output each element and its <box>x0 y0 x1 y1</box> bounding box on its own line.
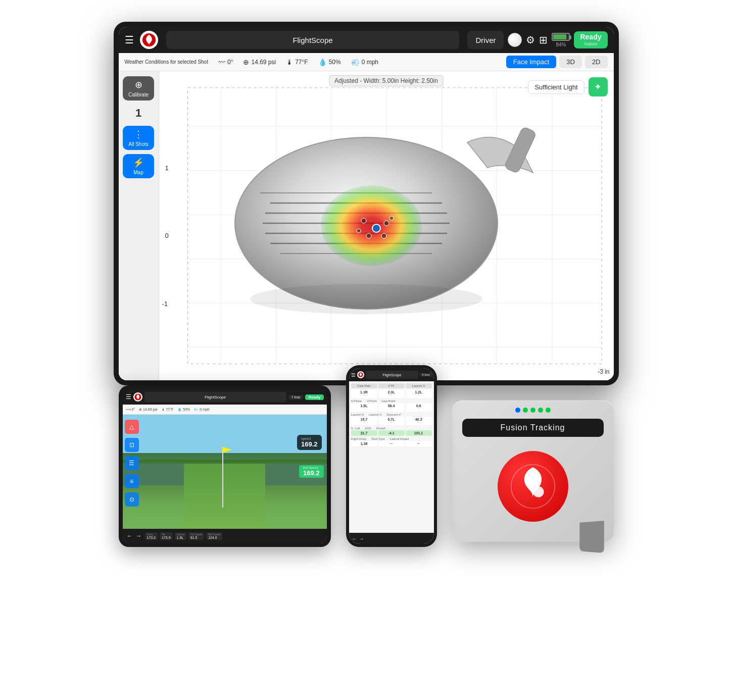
speed-value: 169.2 <box>301 440 318 448</box>
flag-pole <box>222 447 223 508</box>
small-tablet-screen: ☰ FlightScope 7 Iron Ready <box>123 389 327 543</box>
humidity-icon: 💧 <box>318 58 327 66</box>
axis-label-neg1: -1 <box>162 300 168 308</box>
ready-button: Ready Indoor <box>574 31 607 48</box>
panel-icon-4[interactable]: ≡ <box>125 474 139 488</box>
phone-row-3: 15.7 ° 0.7L ° 46.3 ° <box>351 417 432 425</box>
cell-2-2: 58.4 ° <box>378 403 405 412</box>
svg-point-26 <box>361 218 366 223</box>
svg-point-32 <box>250 284 482 314</box>
panel-icon-5[interactable]: ⊙ <box>125 492 139 507</box>
phone-stats-table: Club Path FTP Launch V 1.1R ° 2.3L ° <box>349 381 434 533</box>
phone-row-1: 1.1R ° 2.3L ° 1.2L ° <box>351 389 432 398</box>
tot-stat: Tot 173.9 <box>160 532 173 540</box>
bottom-stats: Carry 173.2 Tot 173.9 Lateral 1.9L <box>145 532 323 540</box>
carry-stat: Carry 173.2 <box>145 532 158 540</box>
face-impact-button[interactable]: Face Impact <box>506 56 557 68</box>
small-menu-icon[interactable]: ☰ <box>126 393 131 401</box>
golf-course-view: △ ⊡ ☰ ≡ ⊙ speed 169.2 Ball Speed <box>123 415 327 543</box>
small-forward-btn[interactable]: → <box>136 532 142 539</box>
panel-icon-3[interactable]: ☰ <box>125 456 139 470</box>
phone-device: ☰ FlightScope 5 Iron Club Path FTP Launc… <box>346 365 437 547</box>
calibrate-button[interactable]: ⊕ Calibrate <box>123 76 154 101</box>
phone-back-btn[interactable]: ← <box>352 536 357 541</box>
small-header: ☰ FlightScope 7 Iron Ready <box>123 389 327 405</box>
main-tablet: ☰ FlightScope Driver ⚙ ⊞ <box>114 22 619 385</box>
phone-club: 5 Iron <box>420 373 431 377</box>
phone-header: ☰ FlightScope 5 Iron <box>349 368 434 381</box>
small-tablet: ☰ FlightScope 7 Iron Ready <box>119 385 331 547</box>
ball-speed-overlay: Ball Speed 169.2 <box>299 465 324 478</box>
small-back-btn[interactable]: ← <box>127 532 133 539</box>
axis-label-0-left: 0 <box>165 232 169 239</box>
map-icon: ⚡ <box>133 157 144 168</box>
phone-table-header: Club Path FTP Launch V <box>351 383 432 388</box>
phone-menu-icon[interactable]: ☰ <box>351 372 356 378</box>
led-green-2 <box>530 408 535 413</box>
left-sidebar: ⊕ Calibrate 1 ⋮ All Shots ⚡ Map <box>119 71 159 380</box>
grid-icon[interactable]: ⊞ <box>539 34 548 46</box>
speed-label: speed <box>301 437 318 440</box>
calibrate-icon: ⊕ <box>135 79 142 90</box>
light-button[interactable]: ✦ <box>589 77 608 96</box>
golf-flag <box>222 447 231 453</box>
shot-number: 1 <box>135 107 141 120</box>
cell-1-2: 2.3L ° <box>378 389 405 398</box>
app-title: FlightScope <box>166 31 460 49</box>
phone-row-5: 1.36 — — <box>351 441 432 446</box>
panel-icon-1[interactable]: △ <box>125 420 139 434</box>
svg-point-28 <box>366 233 371 238</box>
phone-row-4: 21.7 -4.1 101.1 <box>351 430 432 436</box>
weather-altitude: 〰 0° <box>218 58 233 66</box>
golf-ball-icon <box>508 33 522 47</box>
svg-point-30 <box>357 229 361 233</box>
club-selector[interactable]: Driver <box>467 31 504 49</box>
phone-row-2: 1.5L ° 58.4 ° 0.6 ° <box>351 403 432 412</box>
battery-bar <box>552 33 570 41</box>
col-header-3: Launch V <box>406 383 432 388</box>
col-header-1: Club Path <box>351 383 377 388</box>
small-logo <box>133 392 142 402</box>
small-content: △ ⊡ ☰ ≡ ⊙ speed 169.2 Ball Speed <box>123 415 327 543</box>
all-shots-button[interactable]: ⋮ All Shots <box>123 126 154 150</box>
small-bottom-nav: ← → Carry 173.2 Tot 173.9 <box>123 529 327 543</box>
phone-screen: ☰ FlightScope 5 Iron Club Path FTP Launc… <box>349 368 434 544</box>
phone-bottom-nav: ← → <box>349 533 434 544</box>
fusion-device-name: Fusion Tracking <box>501 423 565 432</box>
phone-forward-btn[interactable]: → <box>359 536 364 541</box>
led-green-3 <box>538 408 543 413</box>
cell-3-2: 0.7L ° <box>378 417 405 425</box>
svg-point-31 <box>389 216 394 220</box>
cell-4-2: -4.1 <box>378 430 405 436</box>
small-weather-bar: ⟿ 0° ⊕ 14.69 psi 🌡 77°F 💧 50% 💨 0 mph <box>123 405 327 415</box>
bottom-devices: ☰ FlightScope 7 Iron Ready <box>88 365 644 547</box>
small-ready-badge: Ready <box>305 394 323 400</box>
cell-3-1: 15.7 ° <box>351 417 377 425</box>
row-label-5: Flight Draw Shot Type Lateral Impact <box>351 437 432 441</box>
panel-icon-2[interactable]: ⊡ <box>125 438 139 452</box>
cell-4-3: 101.1 <box>406 430 432 436</box>
main-content: ⊕ Calibrate 1 ⋮ All Shots ⚡ Map A <box>119 71 614 380</box>
weather-temperature: 🌡 77°F <box>286 58 308 66</box>
battery-area: 84% <box>552 33 570 47</box>
sufficient-light-text: Sufficient Light <box>528 80 584 94</box>
settings-icon[interactable]: ⚙ <box>526 34 535 46</box>
3d-button[interactable]: 3D <box>559 56 582 68</box>
lateral-stat: Lateral 1.9L <box>175 532 186 540</box>
menu-icon[interactable]: ☰ <box>125 34 134 46</box>
fusion-tracking-device: Fusion Tracking <box>452 401 614 542</box>
map-button[interactable]: ⚡ Map <box>123 154 154 178</box>
axis-label-1: 1 <box>165 164 169 172</box>
led-green-4 <box>546 408 551 413</box>
cell-2-1: 1.5L ° <box>351 403 377 412</box>
light-badge: Sufficient Light ✦ <box>528 77 607 96</box>
altitude-icon: 〰 <box>218 58 225 66</box>
left-panel-icons: △ ⊡ ☰ ≡ ⊙ <box>125 420 139 507</box>
led-blue <box>515 408 520 413</box>
tablet-screen: ☰ FlightScope Driver ⚙ ⊞ <box>119 27 614 380</box>
small-club-label: 7 Iron <box>288 395 304 399</box>
cell-5-1: 1.36 <box>351 441 377 446</box>
2d-button[interactable]: 2D <box>585 56 608 68</box>
battery-percentage: 84% <box>556 42 566 47</box>
fusion-name-bar: Fusion Tracking <box>462 419 604 437</box>
